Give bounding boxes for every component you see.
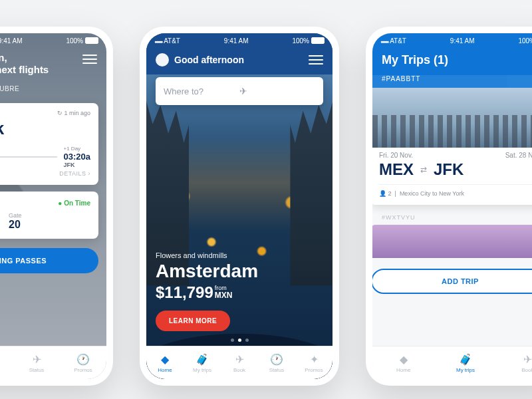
search-input[interactable]: Where to? ✈	[156, 77, 323, 105]
swap-icon: ⇄	[420, 165, 427, 174]
status-card[interactable]: MEX • MIA On Time TerminalA Gate20	[0, 192, 98, 239]
trips-icon: 🧳	[459, 353, 472, 366]
carousel-pager[interactable]	[146, 338, 332, 342]
boarding-passes-button[interactable]: BOARDING PASSES	[0, 248, 98, 273]
nav-book[interactable]: ✈Book	[221, 346, 258, 379]
nav-status[interactable]: ✈Status	[13, 346, 60, 379]
status-badge: On Time	[58, 200, 90, 207]
greeting: Good afternoon	[174, 55, 244, 65]
home-icon: ◆	[400, 353, 408, 366]
promo-price: $11,799fromMXN	[156, 283, 258, 302]
flight-card[interactable]: 1 min ago Mexico City to New York 1 +1 D…	[0, 103, 98, 185]
trip-hero-image	[372, 225, 532, 258]
to-code: JFK	[434, 160, 464, 179]
plane-icon: ✈	[239, 86, 315, 96]
destination-city: New York	[0, 118, 90, 139]
tab-discover[interactable]: DESCUBRE	[0, 85, 19, 92]
nav-promos[interactable]: 🕐Promos	[60, 346, 106, 379]
menu-icon[interactable]	[82, 55, 97, 64]
trips-icon: 🧳	[196, 353, 209, 366]
bottom-nav: ◆Home 🧳My trips ✈Book 🕐Status ✦Promos	[146, 346, 332, 379]
status-bar: AT&T 9:41 AM 100%	[372, 33, 532, 48]
status-bar: AT&T 9:41 AM 100%	[146, 33, 332, 48]
updated-label: 1 min ago	[57, 110, 90, 116]
details-link[interactable]: DETAILS ›	[0, 170, 90, 177]
status-icon: ✈	[33, 353, 41, 366]
nav-status[interactable]: 🕐Status	[258, 346, 295, 379]
promo-tagline: Flowers and windmills	[156, 251, 258, 259]
status-bar: AT&T 9:41 AM 100%	[0, 33, 106, 48]
home-icon: ◆	[161, 353, 169, 366]
add-trip-button[interactable]: ADD TRIP	[372, 269, 532, 294]
depart-date: Fri. 20 Nov.	[379, 152, 413, 159]
page-title: My Trips (1)	[382, 53, 532, 67]
bottom-nav: ◆Home 🧳My trips ✈Book	[372, 346, 532, 379]
learn-more-button[interactable]: LEARN MORE	[156, 311, 230, 331]
booking-ref: #PAABBTT	[372, 75, 532, 88]
promos-icon: 🕐	[76, 353, 90, 366]
bottom-nav: ◆Home 🧳Book ✈Status 🕐Promos	[0, 346, 106, 379]
trip-meta: 2 | Mexico City to New York	[379, 184, 532, 197]
promo-destination: Amsterdam	[156, 261, 258, 282]
booking-ref: #WXTVYU	[382, 214, 532, 221]
book-icon: ✈	[235, 353, 244, 366]
brand-logo-icon	[156, 53, 169, 66]
promos-icon: ✦	[310, 353, 319, 366]
search-placeholder: Where to?	[164, 86, 239, 96]
menu-icon[interactable]	[309, 55, 323, 65]
nav-book[interactable]: 🧳Book	[0, 346, 13, 379]
from-code: MEX	[379, 160, 414, 179]
nav-mytrips[interactable]: 🧳My trips	[434, 346, 496, 379]
book-icon: ✈	[523, 353, 532, 366]
trip-card[interactable]: Fri. 20 Nov. Sat. 28 Nov. MEX ⇄ JFK 2 | …	[372, 144, 532, 205]
status-icon: 🕐	[270, 353, 283, 366]
nav-promos[interactable]: ✦Promos	[295, 346, 332, 379]
nav-book[interactable]: ✈Book	[497, 346, 532, 379]
nav-home[interactable]: ◆Home	[372, 346, 434, 379]
nav-mytrips[interactable]: 🧳My trips	[184, 346, 221, 379]
return-date: Sat. 28 Nov.	[505, 152, 532, 159]
nav-home[interactable]: ◆Home	[146, 346, 184, 379]
trip-hero-image	[372, 88, 532, 148]
